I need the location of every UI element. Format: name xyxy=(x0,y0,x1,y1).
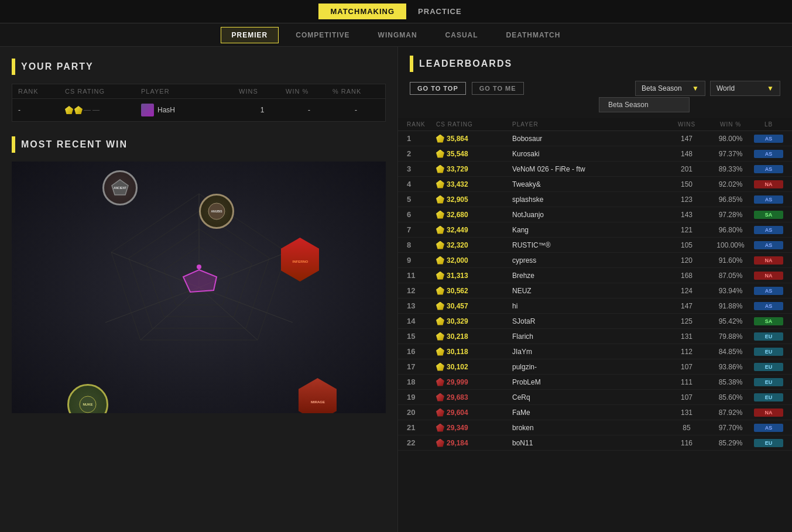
col-wins: Wins xyxy=(239,88,286,95)
lb-wins-cell: 150 xyxy=(666,180,707,188)
lb-player-name: VeNoM 026 - FiRe - ftw xyxy=(512,165,666,173)
lb-wins-cell: 116 xyxy=(666,439,707,447)
beta-season-option[interactable]: Beta Season xyxy=(599,97,690,112)
lb-wins-cell: 112 xyxy=(666,348,707,356)
lb-col-player: Player xyxy=(512,121,666,128)
your-party-title: YOUR PARTY xyxy=(21,61,94,72)
rating-value: 35,548 xyxy=(447,150,468,158)
rating-icon xyxy=(436,226,444,234)
lb-region-badge: NA xyxy=(754,272,783,280)
lb-table-row: 14 30,329 SJotaR 125 95.42% SA xyxy=(398,314,792,329)
rating-icon xyxy=(436,393,444,401)
rating-icon xyxy=(436,363,444,371)
lb-rank-cell: 20 xyxy=(407,408,436,417)
tab-competitive[interactable]: COMPETITIVE xyxy=(284,27,361,43)
section-bar xyxy=(12,59,15,75)
lb-player-name: Bobosaur xyxy=(512,135,666,143)
map-ancient[interactable]: ANCIENT xyxy=(102,170,138,205)
rating-value: 30,562 xyxy=(447,287,468,295)
lb-region-badge: EU xyxy=(754,393,783,401)
region-dropdown[interactable]: World ▼ xyxy=(710,81,780,96)
lb-wins-cell: 105 xyxy=(666,241,707,249)
lb-player-name: Kang xyxy=(512,226,666,234)
lb-region-badge: AS xyxy=(754,302,783,310)
lb-winpct-cell: 89.33% xyxy=(707,165,754,173)
lb-rank-cell: 5 xyxy=(407,195,436,204)
lb-table-row: 11 31,313 Brehze 168 87.05% NA xyxy=(398,268,792,283)
lb-rank-cell: 9 xyxy=(407,256,436,265)
rating-value: 29,604 xyxy=(447,409,468,417)
lb-wins-cell: 107 xyxy=(666,393,707,401)
lb-region-badge: EU xyxy=(754,348,783,356)
lb-player-name: pulgzin- xyxy=(512,363,666,371)
lb-table-row: 7 32,449 Kang 121 96.80% AS xyxy=(398,222,792,238)
rating-icon xyxy=(436,439,444,447)
lb-winpct-cell: 79.88% xyxy=(707,332,754,341)
mirage-badge: MIRAGE xyxy=(299,378,337,413)
lb-section-header: LEADERBOARDS xyxy=(410,56,780,72)
leaderboards-title: LEADERBOARDS xyxy=(419,59,512,69)
map-mirage[interactable]: MIRAGE xyxy=(299,378,337,413)
mode-tabs-bar: PREMIER COMPETITIVE WINGMAN CASUAL DEATH… xyxy=(0,23,792,47)
lb-table-row: 17 30,102 pulgzin- 107 93.86% EU xyxy=(398,359,792,375)
lb-table-row: 21 29,349 broken 85 97.70% AS xyxy=(398,420,792,435)
lb-player-name: ProbLeM xyxy=(512,378,666,386)
region-dropdown-value: World xyxy=(716,84,735,92)
rating-value: 32,320 xyxy=(447,241,468,249)
lb-wins-cell: 123 xyxy=(666,195,707,204)
lb-wins-cell: 143 xyxy=(666,211,707,219)
lb-rank-cell: 14 xyxy=(407,317,436,325)
lb-player-name: broken xyxy=(512,424,666,432)
lb-table-row: 19 29,683 CeRq 107 85.60% EU xyxy=(398,390,792,405)
season-dropdown-arrow: ▼ xyxy=(692,84,699,92)
lb-wins-cell: 131 xyxy=(666,332,707,341)
rating-value: 29,999 xyxy=(447,378,468,386)
lb-wins-cell: 148 xyxy=(666,150,707,158)
lb-table-row: 6 32,680 NotJuanjo 143 97.28% SA xyxy=(398,207,792,222)
lb-winpct-cell: 93.94% xyxy=(707,287,754,295)
map-nuke[interactable]: NUKE xyxy=(67,384,108,413)
map-anubis[interactable]: ANUBIS xyxy=(199,194,234,229)
lb-rank-cell: 16 xyxy=(407,347,436,356)
lb-winpct-cell: 91.60% xyxy=(707,256,754,265)
rating-icon xyxy=(436,287,444,295)
party-pctrank: - xyxy=(332,106,379,114)
lb-wins-cell: 111 xyxy=(666,378,707,386)
tab-premier[interactable]: PREMIER xyxy=(221,27,279,43)
goto-me-button[interactable]: GO TO ME xyxy=(472,82,524,95)
lb-wins-cell: 107 xyxy=(666,363,707,371)
tab-casual[interactable]: CASUAL xyxy=(434,27,489,43)
lb-table-row: 3 33,729 VeNoM 026 - FiRe - ftw 201 89.3… xyxy=(398,162,792,177)
goto-top-button[interactable]: GO TO TOP xyxy=(410,82,466,95)
lb-table-row: 4 33,432 Tweaky& 150 92.02% NA xyxy=(398,177,792,192)
lb-player-name: Kurosaki xyxy=(512,150,666,158)
lb-winpct-cell: 95.42% xyxy=(707,317,754,325)
nuke-badge: NUKE xyxy=(67,384,108,413)
matchmaking-tab[interactable]: MATCHMAKING xyxy=(318,4,406,19)
map-inferno[interactable]: INFERNO xyxy=(281,238,319,282)
svg-point-13 xyxy=(197,265,201,269)
lb-player-name: boN11 xyxy=(512,439,666,447)
rating-value: 29,683 xyxy=(447,393,468,401)
tab-deathmatch[interactable]: DEATHMATCH xyxy=(495,27,572,43)
lb-winpct-cell: 97.37% xyxy=(707,150,754,158)
lb-region-badge: AS xyxy=(754,424,783,432)
party-player-name: HasH xyxy=(157,106,175,114)
lb-winpct-cell: 85.38% xyxy=(707,378,754,386)
season-dropdown[interactable]: Beta Season ▼ xyxy=(635,81,705,96)
lb-table-row: 20 29,604 FaMe 131 87.92% NA xyxy=(398,405,792,420)
lb-player-name: NEUZ xyxy=(512,287,666,295)
party-table: Rank CS Rating Player Wins Win % % Rank … xyxy=(12,84,386,122)
col-player: Player xyxy=(141,88,239,95)
rating-icon xyxy=(436,348,444,356)
tab-wingman[interactable]: WINGMAN xyxy=(367,27,428,43)
practice-tab[interactable]: PRACTICE xyxy=(406,4,473,19)
lb-table-body: 1 35,864 Bobosaur 147 98.00% AS 2 35,548… xyxy=(398,131,792,532)
col-winpct: Win % xyxy=(286,88,332,95)
lb-winpct-cell: 92.02% xyxy=(707,180,754,188)
lb-table-row: 2 35,548 Kurosaki 148 97.37% AS xyxy=(398,146,792,162)
rating-value: 30,329 xyxy=(447,317,468,325)
lb-winpct-cell: 97.70% xyxy=(707,424,754,432)
lb-table-row: 15 30,218 Flarich 131 79.88% EU xyxy=(398,329,792,344)
lb-rank-cell: 2 xyxy=(407,149,436,158)
